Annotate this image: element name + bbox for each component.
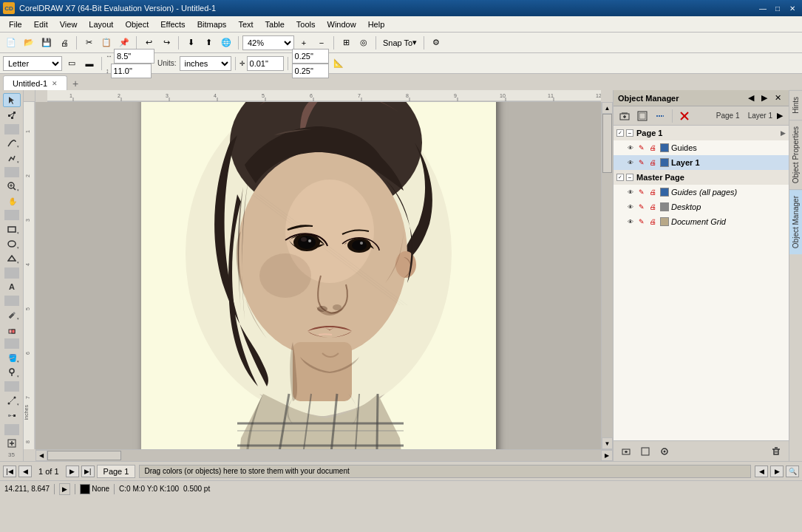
snap-to-button[interactable]: Snap To▾ <box>380 35 420 51</box>
zoom-status-button[interactable]: 🔍 <box>786 466 799 477</box>
docgrid-edit[interactable]: ✎ <box>636 216 647 227</box>
scroll-up-button[interactable]: ▲ <box>602 102 613 114</box>
vertical-scrollbar[interactable]: ▲ ▼ <box>601 102 613 449</box>
freehand-tool[interactable]: ▾ <box>3 136 21 150</box>
guides-print-icon[interactable]: 🖨 <box>648 143 658 153</box>
view-full-button[interactable]: ⊞ <box>338 35 354 51</box>
text-tool[interactable]: A <box>3 280 21 294</box>
layer1-print-icon[interactable]: 🖨 <box>648 157 658 168</box>
scroll-thumb-v[interactable] <box>602 114 612 173</box>
publish-button[interactable]: 🌐 <box>218 35 234 51</box>
tree-docgrid[interactable]: 👁 ✎ 🖨 Document Grid <box>614 214 789 229</box>
connector-tool[interactable]: ▾ <box>3 393 21 407</box>
layer-props-button[interactable] <box>656 443 673 460</box>
nudge-input[interactable] <box>247 56 284 71</box>
layer-tree[interactable]: − Page 1 ▶ 👁 ✎ 🖨 Guides 👁 <box>614 126 789 440</box>
portrait-button[interactable]: ▭ <box>64 55 80 72</box>
scroll-thumb-h[interactable] <box>47 451 121 460</box>
eraser-tool[interactable] <box>3 323 21 337</box>
tree-page1[interactable]: − Page 1 ▶ <box>614 126 789 140</box>
height-input[interactable] <box>111 64 152 78</box>
new-button[interactable]: 📄 <box>3 35 19 51</box>
scroll-track-v[interactable] <box>602 114 613 437</box>
minimize-button[interactable]: — <box>756 2 769 14</box>
close-button[interactable]: ✕ <box>786 2 799 14</box>
docgrid-eye[interactable]: 👁 <box>625 216 636 227</box>
palette-scroll-left[interactable]: ◀ <box>755 466 768 477</box>
select-tool[interactable] <box>3 93 21 107</box>
delete-obj-button[interactable] <box>768 443 784 460</box>
menu-edit[interactable]: Edit <box>28 18 54 30</box>
obj-manager-close-button[interactable]: ✕ <box>772 92 784 104</box>
scroll-right-button[interactable]: ▶ <box>601 450 613 461</box>
rectangle-tool[interactable]: ▾ <box>3 222 21 236</box>
guides-all-edit[interactable]: ✎ <box>636 187 647 197</box>
guides-all-print[interactable]: 🖨 <box>648 187 658 197</box>
new-guide-layer-button[interactable] <box>652 108 668 124</box>
zoom-tool[interactable]: ▾ <box>3 179 21 193</box>
tab-hints[interactable]: Hints <box>789 90 802 120</box>
maximize-button[interactable]: □ <box>771 2 784 14</box>
paper-size-select[interactable]: Letter <box>3 56 62 71</box>
desktop-eye[interactable]: 👁 <box>625 202 636 212</box>
delete-layer-button[interactable] <box>676 108 693 124</box>
options-status-button[interactable]: ▶ <box>59 483 70 495</box>
desktop-edit[interactable]: ✎ <box>636 202 647 212</box>
import-button[interactable]: ⬇ <box>183 35 199 51</box>
page1-arrow[interactable]: ▶ <box>781 129 786 137</box>
zoom-select[interactable]: 42% 100% 50% 200% <box>242 35 294 50</box>
blend-tool[interactable] <box>3 409 21 423</box>
menu-tools[interactable]: Tools <box>290 18 322 30</box>
fill-swatch[interactable] <box>80 484 90 494</box>
guides-eye-icon[interactable]: 👁 <box>625 143 636 153</box>
expand-right-button[interactable]: ▶ <box>774 110 786 122</box>
paint-tool[interactable]: ▾ <box>3 307 21 321</box>
landscape-button[interactable]: ▬ <box>81 55 98 72</box>
menu-effects[interactable]: Effects <box>154 18 191 30</box>
scroll-track-h[interactable] <box>47 450 601 461</box>
desktop-print[interactable]: 🖨 <box>648 202 658 212</box>
new-obj-button[interactable] <box>618 443 634 460</box>
menu-help[interactable]: Help <box>362 18 391 30</box>
pan-tool[interactable]: ✋ <box>3 194 21 208</box>
first-page-button[interactable]: |◀ <box>3 466 16 477</box>
tree-masterpage[interactable]: − Master Page <box>614 170 789 185</box>
tree-guides-all[interactable]: 👁 ✎ 🖨 Guides (all pages) <box>614 185 789 200</box>
menu-table[interactable]: Table <box>259 18 290 30</box>
menu-layout[interactable]: Layout <box>83 18 119 30</box>
horizontal-scrollbar[interactable]: ◀ ▶ <box>35 449 613 461</box>
menu-bitmaps[interactable]: Bitmaps <box>191 18 233 30</box>
page1-visibility[interactable] <box>616 129 624 137</box>
obj-manager-expand-button[interactable]: ◀ <box>745 92 757 104</box>
layer1-edit-icon[interactable]: ✎ <box>636 157 647 168</box>
masterpage-toggle[interactable]: − <box>626 174 633 181</box>
width-input[interactable] <box>114 49 154 64</box>
node-tool[interactable] <box>3 108 21 122</box>
options-button[interactable]: ⚙ <box>428 35 444 51</box>
new-layer-button[interactable] <box>616 108 633 124</box>
obj-manager-options-button[interactable]: ▶ <box>758 92 770 104</box>
export-button[interactable]: ⬆ <box>200 35 217 51</box>
tab-untitled1[interactable]: Untitled-1 ✕ <box>3 75 67 90</box>
canvas-content[interactable]: S♥S ~18~ <box>35 102 601 449</box>
smart-draw-tool[interactable]: ▾ <box>3 151 21 165</box>
prev-page-button[interactable]: ◀ <box>18 466 32 477</box>
page1-toggle[interactable]: − <box>626 129 633 137</box>
polygon-tool[interactable]: ▾ <box>3 252 21 266</box>
master-layer-obj-button[interactable] <box>637 443 653 460</box>
tree-guides[interactable]: 👁 ✎ 🖨 Guides <box>614 140 789 155</box>
save-button[interactable]: 💾 <box>38 35 55 51</box>
ellipse-tool[interactable]: ▾ <box>3 237 21 251</box>
guides-edit-icon[interactable]: ✎ <box>636 143 647 153</box>
menu-file[interactable]: File <box>3 18 28 30</box>
tab-object-properties[interactable]: Object Properties <box>789 120 802 189</box>
tree-desktop[interactable]: 👁 ✎ 🖨 Desktop <box>614 200 789 214</box>
menu-view[interactable]: View <box>54 18 84 30</box>
outline-tool[interactable]: ▾ <box>3 366 21 380</box>
view-wire-button[interactable]: ◎ <box>356 35 372 51</box>
menu-text[interactable]: Text <box>232 18 259 30</box>
docgrid-print[interactable]: 🖨 <box>648 216 658 227</box>
dup-offset-v-input[interactable] <box>292 64 329 78</box>
units-select[interactable]: inches millimeters centimeters <box>180 56 231 71</box>
next-page-button[interactable]: ▶ <box>66 466 79 477</box>
